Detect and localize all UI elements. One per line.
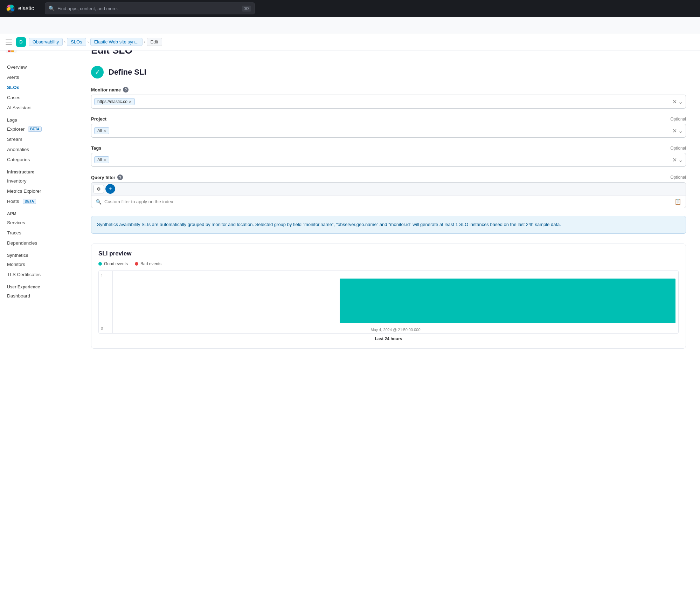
- query-filter-group: Query filter ? Optional ⚙ + 🔍 📋: [91, 174, 686, 208]
- breadcrumb-chevron-2: ›: [88, 40, 89, 44]
- tags-dropdown-button[interactable]: ⌄: [678, 157, 683, 163]
- define-sli-section-header: ✓ Define SLI: [91, 66, 686, 78]
- monitor-name-tag-close[interactable]: ×: [129, 100, 132, 104]
- query-input-row[interactable]: 🔍 📋: [91, 196, 686, 208]
- layout: Observability Overview Alerts SLOs Cases…: [0, 34, 700, 589]
- breadcrumb-link-observability[interactable]: Observability: [29, 38, 63, 46]
- project-input[interactable]: All × ✕ ⌄: [91, 124, 686, 138]
- project-optional-label: Optional: [670, 117, 686, 122]
- sidebar-item-services[interactable]: Services: [0, 218, 77, 228]
- sidebar-section-logs: Logs: [0, 113, 77, 124]
- sidebar-item-alerts[interactable]: Alerts: [0, 72, 77, 82]
- project-label-text: Project: [91, 116, 106, 122]
- monitor-name-tag: https://elastic.co ×: [94, 98, 135, 105]
- project-tag-close[interactable]: ×: [103, 129, 106, 133]
- query-filter-settings-button[interactable]: ⚙: [93, 185, 104, 193]
- tags-input[interactable]: All × ✕ ⌄: [91, 153, 686, 167]
- main-content: Edit SLO ✓ Define SLI Monitor name ? htt…: [77, 34, 700, 589]
- sidebar-item-categories[interactable]: Categories: [0, 155, 77, 165]
- tags-clear-button[interactable]: ✕: [672, 157, 677, 163]
- sidebar-item-monitors[interactable]: Monitors: [0, 259, 77, 269]
- query-filter-help-icon[interactable]: ?: [117, 174, 123, 180]
- sidebar-item-label-dependencies: Dependencies: [7, 240, 37, 246]
- sli-preview-body: Good events Bad events 1 0: [91, 261, 686, 348]
- breadcrumb-link-edit[interactable]: Edit: [147, 38, 162, 46]
- query-filter-optional-label: Optional: [670, 175, 686, 180]
- tags-tag-close[interactable]: ×: [103, 158, 106, 162]
- breadcrumb-chevron-1: ›: [64, 40, 65, 44]
- sidebar-item-label-categories: Categories: [7, 157, 30, 162]
- breadcrumb-link-slos[interactable]: SLOs: [67, 38, 86, 46]
- elastic-logo[interactable]: elastic: [6, 4, 41, 13]
- project-control-icons: ✕ ⌄: [672, 128, 683, 134]
- query-filter-input[interactable]: [104, 199, 672, 204]
- sidebar-item-slos[interactable]: SLOs: [0, 82, 77, 93]
- monitor-name-group: Monitor name ? https://elastic.co × ✕ ⌄: [91, 87, 686, 109]
- sidebar-item-cases[interactable]: Cases: [0, 93, 77, 103]
- sidebar-item-label-alerts: Alerts: [7, 75, 19, 80]
- sidebar-item-traces[interactable]: Traces: [0, 228, 77, 238]
- chart-bar-main: [340, 279, 675, 323]
- sidebar-item-label-hosts: Hosts: [7, 199, 19, 204]
- sidebar-item-label-metrics-explorer: Metrics Explorer: [7, 189, 41, 194]
- chart-subtitle: Last 24 hours: [98, 336, 679, 341]
- elastic-logo-text: elastic: [18, 5, 34, 12]
- monitor-name-tag-value: https://elastic.co: [97, 99, 127, 104]
- global-search[interactable]: 🔍 Find apps, content, and more. ⌘/: [45, 2, 255, 14]
- sidebar-item-anomalies[interactable]: Anomalies: [0, 144, 77, 155]
- plus-icon: +: [109, 186, 112, 192]
- sidebar-item-label-explorer: Explorer: [7, 126, 25, 132]
- hamburger-menu-button[interactable]: [6, 40, 12, 44]
- monitor-name-clear-button[interactable]: ✕: [672, 98, 677, 105]
- section-check-circle: ✓: [91, 66, 104, 78]
- sidebar-item-ai-assistant[interactable]: AI Assistant: [0, 103, 77, 113]
- tags-tag-value: All: [97, 157, 102, 162]
- query-filter-copy-button[interactable]: 📋: [674, 198, 681, 205]
- sidebar-item-stream[interactable]: Stream: [0, 134, 77, 144]
- sidebar-item-dashboard[interactable]: Dashboard: [0, 291, 77, 301]
- breadcrumb-item-slos[interactable]: SLOs: [67, 38, 86, 46]
- sidebar-item-overview[interactable]: Overview: [0, 62, 77, 72]
- sidebar-item-label-tls-certificates: TLS Certificates: [7, 272, 41, 277]
- breadcrumb-item-edit[interactable]: Edit: [147, 38, 162, 46]
- define-sli-title: Define SLI: [109, 68, 146, 77]
- sidebar-item-explorer[interactable]: Explorer BETA: [0, 124, 77, 134]
- sidebar-item-inventory[interactable]: Inventory: [0, 176, 77, 186]
- breadcrumb-link-elastic-web[interactable]: Elastic Web site syn...: [90, 38, 143, 46]
- sidebar-item-metrics-explorer[interactable]: Metrics Explorer: [0, 186, 77, 196]
- tags-control-icons: ✕ ⌄: [672, 157, 683, 163]
- query-filter-label-text: Query filter: [91, 175, 115, 180]
- user-avatar[interactable]: D: [16, 37, 26, 47]
- breadcrumb-item-elastic-web[interactable]: Elastic Web site syn...: [90, 38, 143, 46]
- project-tag: All ×: [94, 127, 109, 134]
- monitor-name-input[interactable]: https://elastic.co × ✕ ⌄: [91, 95, 686, 109]
- sidebar-item-tls-certificates[interactable]: TLS Certificates: [0, 269, 77, 280]
- sli-preview-title: SLI preview: [98, 250, 131, 257]
- synthetics-info-text: Synthetics availability SLIs are automat…: [97, 222, 561, 227]
- sidebar-item-label-dashboard: Dashboard: [7, 293, 30, 299]
- monitor-name-help-icon[interactable]: ?: [123, 87, 129, 93]
- filter-icon: ⚙: [97, 186, 101, 192]
- sidebar-section-apm: APM: [0, 206, 77, 218]
- query-filter-add-button[interactable]: +: [105, 184, 115, 194]
- sidebar: Observability Overview Alerts SLOs Cases…: [0, 34, 77, 589]
- y-axis-bottom: 0: [101, 326, 110, 330]
- chart-x-axis: May 4, 2024 @ 21:50:00.000: [113, 328, 678, 332]
- monitor-name-label-text: Monitor name: [91, 87, 121, 93]
- tags-tag: All ×: [94, 156, 109, 163]
- monitor-name-dropdown-button[interactable]: ⌄: [678, 98, 683, 105]
- legend-good-label: Good events: [104, 261, 128, 266]
- project-label: Project Optional: [91, 116, 686, 122]
- tags-label: Tags Optional: [91, 145, 686, 151]
- query-filter-label: Query filter ? Optional: [91, 174, 686, 180]
- y-axis-top: 1: [101, 274, 110, 278]
- breadcrumb-item-observability[interactable]: Observability: [29, 38, 63, 46]
- chart-bars-area: [113, 271, 678, 323]
- sidebar-item-label-ai-assistant: AI Assistant: [7, 105, 32, 110]
- project-clear-button[interactable]: ✕: [672, 128, 677, 134]
- query-filter-toolbar: ⚙ +: [91, 183, 686, 196]
- project-dropdown-button[interactable]: ⌄: [678, 128, 683, 134]
- sli-preview-section: SLI preview Good events Bad events 1: [91, 244, 686, 349]
- sidebar-item-hosts[interactable]: Hosts BETA: [0, 196, 77, 206]
- sidebar-item-dependencies[interactable]: Dependencies: [0, 238, 77, 248]
